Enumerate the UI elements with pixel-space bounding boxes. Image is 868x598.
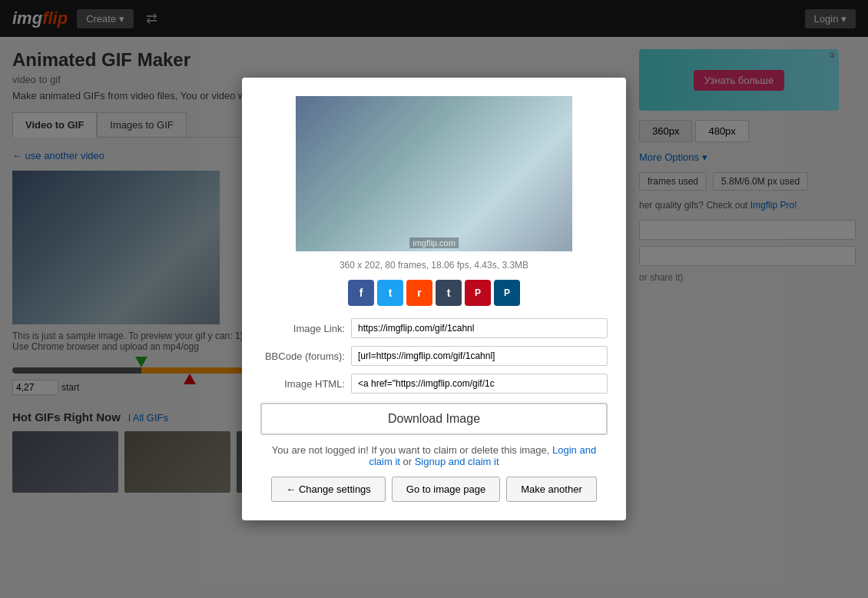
modal-gif-container: imgflip.com <box>260 96 608 254</box>
modal-overlay: imgflip.com 360 x 202, 80 frames, 18.06 … <box>0 0 868 505</box>
html-input[interactable] <box>351 374 608 394</box>
html-row: Image HTML: <box>260 374 608 394</box>
html-label: Image HTML: <box>260 378 345 390</box>
signup-claim-link[interactable]: Signup and claim it <box>415 456 499 467</box>
image-link-row: Image Link: <box>260 318 608 338</box>
change-settings-button[interactable]: ← Change settings <box>271 477 386 502</box>
twitter-share-icon[interactable]: t <box>377 280 403 306</box>
image-link-label: Image Link: <box>260 323 345 334</box>
modal-gif-label: imgflip.com <box>409 238 459 248</box>
and-text: or <box>403 456 412 467</box>
bbcode-row: BBCode (forums): <box>260 346 608 366</box>
px500-share-icon[interactable]: P <box>494 280 520 306</box>
facebook-share-icon[interactable]: f <box>348 280 374 306</box>
pinterest-share-icon[interactable]: P <box>465 280 491 306</box>
modal-gif-info: 360 x 202, 80 frames, 18.06 fps, 4.43s, … <box>260 260 608 271</box>
not-logged-text: You are not logged in! If you want to cl… <box>260 444 608 467</box>
image-link-input[interactable] <box>351 318 608 338</box>
reddit-share-icon[interactable]: r <box>406 280 432 306</box>
download-button[interactable]: Download Image <box>260 403 608 435</box>
bbcode-input[interactable] <box>351 346 608 366</box>
make-another-button[interactable]: Make another <box>506 477 597 502</box>
modal-gif-preview: imgflip.com <box>296 96 572 251</box>
modal-dialog: imgflip.com 360 x 202, 80 frames, 18.06 … <box>242 78 626 505</box>
tumblr-share-icon[interactable]: t <box>436 280 462 306</box>
social-icons-row: f t r t P P <box>260 280 608 306</box>
modal-actions: ← Change settings Go to image page Make … <box>260 477 608 502</box>
go-to-image-button[interactable]: Go to image page <box>392 477 500 502</box>
bbcode-label: BBCode (forums): <box>260 350 345 362</box>
